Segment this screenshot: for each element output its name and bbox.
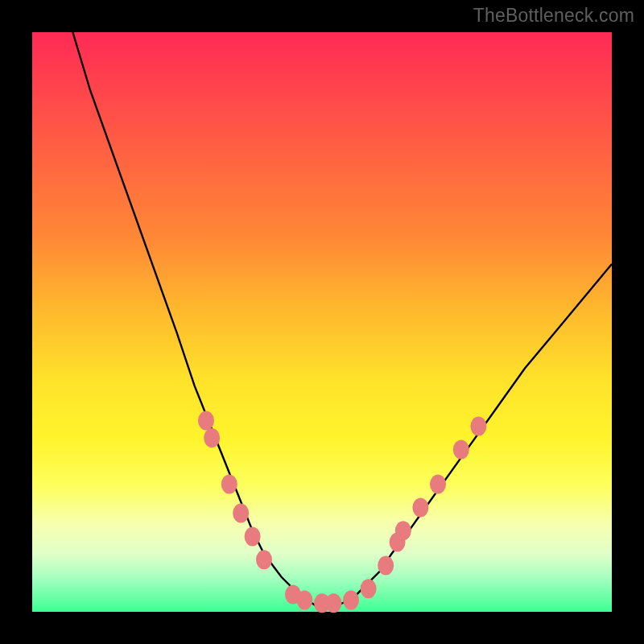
chart-markers bbox=[198, 411, 486, 613]
data-marker bbox=[204, 428, 220, 448]
data-marker bbox=[470, 417, 486, 436]
data-marker bbox=[378, 555, 394, 575]
bottleneck-curve bbox=[72, 32, 612, 606]
chart-frame: TheBottleneck.com bbox=[0, 0, 644, 644]
data-marker bbox=[453, 440, 469, 459]
data-marker bbox=[343, 591, 359, 610]
data-marker bbox=[395, 521, 411, 540]
data-marker bbox=[256, 550, 272, 569]
data-marker bbox=[325, 593, 341, 613]
chart-plot-area bbox=[32, 32, 612, 612]
data-marker bbox=[198, 411, 214, 430]
watermark-text: TheBottleneck.com bbox=[473, 5, 634, 27]
data-marker bbox=[296, 591, 312, 610]
data-marker bbox=[361, 579, 377, 598]
data-marker bbox=[412, 497, 428, 517]
chart-svg bbox=[32, 32, 612, 612]
data-marker bbox=[245, 526, 261, 546]
data-marker bbox=[233, 504, 249, 523]
data-marker bbox=[221, 475, 237, 494]
data-marker bbox=[430, 475, 446, 494]
